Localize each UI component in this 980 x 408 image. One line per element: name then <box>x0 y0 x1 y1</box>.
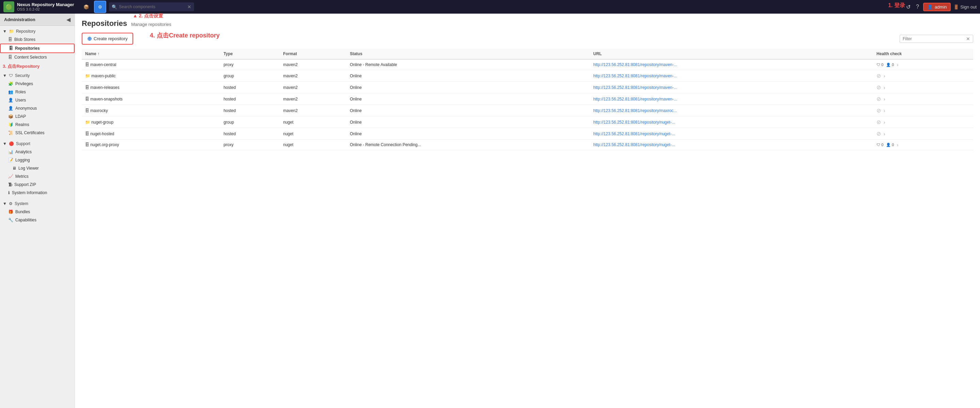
repo-url-link[interactable]: http://123.56.252.81:8081/repository/nug… <box>593 142 675 147</box>
search-clear-icon[interactable]: ✕ <box>187 4 191 10</box>
sidebar-item-analytics[interactable]: 📊 Analytics <box>0 148 75 156</box>
sidebar-group-support[interactable]: ▼ 🔴 Support <box>0 140 75 148</box>
sidebar-item-repositories[interactable]: 🗄 Repositories <box>0 44 75 53</box>
repo-url-cell[interactable]: http://123.56.252.81:8081/repository/nug… <box>590 116 873 128</box>
help-button[interactable]: ? <box>915 2 920 11</box>
repo-url-link[interactable]: http://123.56.252.81:8081/repository/nug… <box>593 131 675 136</box>
toggle-icon: ▼ <box>3 73 7 78</box>
filter-clear-icon[interactable]: ✕ <box>966 36 970 41</box>
group-label: Support <box>16 141 30 146</box>
sidebar-item-privileges[interactable]: 🧩 Privileges <box>0 80 75 88</box>
table-row[interactable]: 🗄 nuget-hosted hosted nuget Online http:… <box>82 128 973 140</box>
search-icon: 🔍 <box>112 5 117 10</box>
signout-button[interactable]: 🚪 Sign out <box>953 5 977 10</box>
repo-url-link[interactable]: http://123.56.252.81:8081/repository/mav… <box>593 62 677 67</box>
sidebar-section-system: ▼ ⚙ System 🎁 Bundles 🔧 Capabilities <box>0 198 75 225</box>
repo-url-cell[interactable]: http://123.56.252.81:8081/repository/nug… <box>590 140 873 150</box>
chevron-right-icon[interactable]: › <box>884 85 885 90</box>
chevron-right-icon[interactable]: › <box>884 96 885 102</box>
metrics-icon: 📈 <box>8 174 13 179</box>
repo-url-link[interactable]: http://123.56.252.81:8081/repository/mav… <box>593 85 677 90</box>
chevron-right-icon[interactable]: › <box>897 142 898 147</box>
repo-type-cell: hosted <box>220 82 280 93</box>
health-na-icon: ⊘ <box>877 107 881 114</box>
sidebar-item-bundles[interactable]: 🎁 Bundles <box>0 208 75 216</box>
chevron-right-icon[interactable]: › <box>884 73 885 79</box>
repo-type-cell: group <box>220 70 280 82</box>
sidebar-item-users[interactable]: 👤 Users <box>0 96 75 104</box>
settings-button[interactable]: ⚙ <box>94 1 106 13</box>
sidebar: Administration ◀ ▼ 📁 Repository 🗄 Blob S… <box>0 14 75 408</box>
table-row[interactable]: 📁 nuget-group group nuget Online http://… <box>82 116 973 128</box>
repo-url-cell[interactable]: http://123.56.252.81:8081/repository/mav… <box>590 82 873 93</box>
table-row[interactable]: 🗄 maven-central proxy maven2 Online - Re… <box>82 59 973 70</box>
table-row[interactable]: 🗄 maven-snapshots hosted maven2 Online h… <box>82 93 973 105</box>
sidebar-group-security[interactable]: ▼ 🛡 Security <box>0 72 75 80</box>
sidebar-item-roles[interactable]: 👥 Roles <box>0 88 75 96</box>
repo-url-link[interactable]: http://123.56.252.81:8081/repository/max… <box>593 108 676 113</box>
table-row[interactable]: 📁 maven-public group maven2 Online http:… <box>82 70 973 82</box>
sidebar-item-ldap[interactable]: 📦 LDAP <box>0 112 75 121</box>
sidebar-item-anonymous[interactable]: 👤 Anonymous <box>0 104 75 112</box>
chevron-right-icon[interactable]: › <box>884 120 885 125</box>
sidebar-collapse-button[interactable]: ◀ <box>67 16 70 23</box>
repo-url-cell[interactable]: http://123.56.252.81:8081/repository/mav… <box>590 93 873 105</box>
health-na-icon: ⊘ <box>877 131 881 137</box>
gear-icon: ⚙ <box>9 201 13 206</box>
logo-text: Nexus Repository Manager OSS 3.0.2-02 <box>17 2 74 12</box>
sidebar-title: Administration <box>4 17 35 22</box>
repo-url-cell[interactable]: http://123.56.252.81:8081/repository/mav… <box>590 59 873 70</box>
sidebar-item-realms[interactable]: 🔰 Realms <box>0 121 75 129</box>
sidebar-item-blobstores[interactable]: 🗄 Blob Stores <box>0 35 75 44</box>
repo-name-cell: 🗄 maxrocky <box>82 105 220 116</box>
signout-label: Sign out <box>960 5 977 10</box>
sidebar-item-ssl-certificates[interactable]: 📜 SSL Certificates <box>0 129 75 137</box>
sidebar-group-repository[interactable]: ▼ 📁 Repository <box>0 27 75 35</box>
sidebar-item-system-information[interactable]: ℹ System Information <box>0 189 75 197</box>
filter-input[interactable] <box>903 37 964 41</box>
repo-name: maven-snapshots <box>90 97 123 102</box>
sidebar-section-support: ▼ 🔴 Support 📊 Analytics 📝 Logging 🖥 Log … <box>0 138 75 198</box>
table-row[interactable]: 🗄 maxrocky hosted maven2 Online http://1… <box>82 105 973 116</box>
sidebar-item-log-viewer[interactable]: 🖥 Log Viewer <box>0 164 75 172</box>
sidebar-item-metrics[interactable]: 📈 Metrics <box>0 172 75 180</box>
sidebar-item-content-selectors[interactable]: 🗄 Content Selectors <box>0 53 75 61</box>
repo-url-link[interactable]: http://123.56.252.81:8081/repository/mav… <box>593 97 677 102</box>
toggle-icon: ▼ <box>3 201 7 206</box>
search-input[interactable] <box>119 5 185 9</box>
repo-health-cell: ⊘ › <box>873 105 973 116</box>
sidebar-item-capabilities[interactable]: 🔧 Capabilities <box>0 216 75 224</box>
repo-url-cell[interactable]: http://123.56.252.81:8081/repository/max… <box>590 105 873 116</box>
col-status: Status <box>346 49 590 59</box>
refresh-button[interactable]: ↺ <box>905 2 912 11</box>
create-repository-button[interactable]: ⊕ Create repository <box>82 33 133 45</box>
browse-button[interactable]: 📦 <box>80 1 92 13</box>
repo-url-cell[interactable]: http://123.56.252.81:8081/repository/nug… <box>590 128 873 140</box>
sidebar-group-system[interactable]: ▼ ⚙ System <box>0 199 75 208</box>
repo-url-cell[interactable]: http://123.56.252.81:8081/repository/mav… <box>590 70 873 82</box>
sidebar-item-support-zip[interactable]: 🗜 Support ZIP <box>0 180 75 189</box>
repo-type-cell: hosted <box>220 105 280 116</box>
chevron-right-icon[interactable]: › <box>884 108 885 113</box>
chevron-right-icon[interactable]: › <box>884 131 885 137</box>
table-row[interactable]: 🗄 maven-releases hosted maven2 Online ht… <box>82 82 973 93</box>
health-na-icon: ⊘ <box>877 119 881 125</box>
table-row[interactable]: 🗄 nuget.org-proxy proxy nuget Online - R… <box>82 140 973 150</box>
sidebar-item-logging[interactable]: 📝 Logging <box>0 156 75 164</box>
item-label: SSL Certificates <box>15 131 45 135</box>
group-label: System <box>14 201 28 206</box>
chevron-right-icon[interactable]: › <box>897 62 898 67</box>
repo-type-icon: 🗄 <box>85 62 89 67</box>
health-na-icon: ⊘ <box>877 73 881 79</box>
filter-box: ✕ <box>900 35 973 43</box>
repo-url-link[interactable]: http://123.56.252.81:8081/repository/mav… <box>593 73 677 78</box>
repo-health-cell: 🛡 0 👤 0 › <box>873 140 973 150</box>
content-area: 4. 点击Create repository Repositories Mana… <box>75 14 980 408</box>
main-layout: Administration ◀ ▼ 📁 Repository 🗄 Blob S… <box>0 14 980 408</box>
repo-url-link[interactable]: http://123.56.252.81:8081/repository/nug… <box>593 120 675 125</box>
user-button[interactable]: 👤 admin <box>923 3 951 11</box>
repo-name-cell: 🗄 maven-snapshots <box>82 93 220 105</box>
signout-icon: 🚪 <box>953 5 959 10</box>
repo-format-cell: maven2 <box>280 105 346 116</box>
item-label: Privileges <box>15 81 33 86</box>
